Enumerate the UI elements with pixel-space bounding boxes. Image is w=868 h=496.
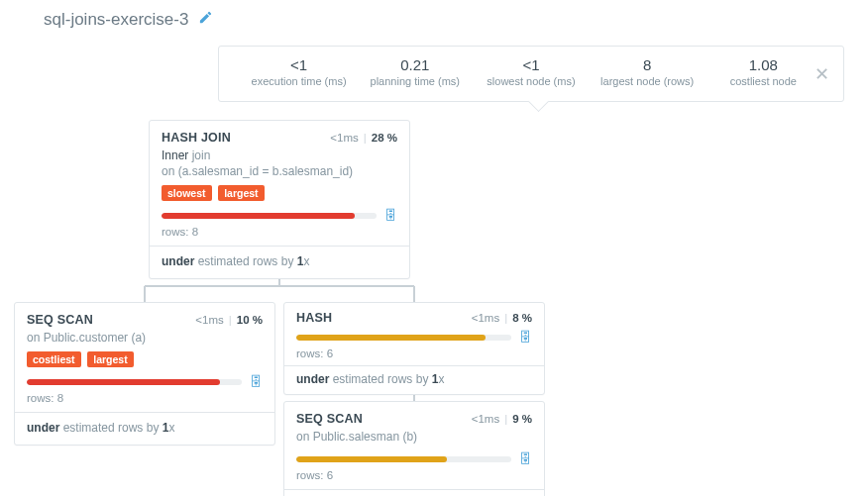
node-rows: rows: 8 <box>27 392 263 404</box>
node-timing: <1ms|8 % <box>472 312 532 324</box>
metric-costliest-node: 1.08 costliest node <box>713 56 813 87</box>
node-cost-pct: 8 % <box>512 312 532 324</box>
plan-node-seq-scan-salesman[interactable]: SEQ SCAN <1ms|9 % on Public.salesman (b)… <box>283 401 545 496</box>
tag-largest: largest <box>218 185 264 201</box>
node-name: SEQ SCAN <box>296 412 363 426</box>
plan-canvas: HASH JOIN <1ms|28 % Inner join on (a.sal… <box>0 120 868 496</box>
plan-node-hash[interactable]: HASH <1ms|8 % 🗄 rows: 6 under estimated … <box>283 302 545 395</box>
node-rows: rows: 6 <box>296 347 532 359</box>
database-icon: 🗄 <box>250 375 263 388</box>
node-bar <box>296 335 511 341</box>
metric-value: <1 <box>482 56 581 73</box>
node-cost-pct: 28 % <box>372 132 397 144</box>
node-estimate: under estimated rows by 1x <box>27 421 263 435</box>
node-rows: rows: 6 <box>296 469 532 481</box>
page-title-text: sql-joins-exercise-3 <box>44 10 188 30</box>
page-title: sql-joins-exercise-3 <box>0 0 868 34</box>
database-icon: 🗄 <box>519 331 532 344</box>
tag-largest: largest <box>87 351 133 367</box>
node-name: HASH <box>296 311 332 325</box>
metric-value: <1 <box>250 56 349 73</box>
metric-label: execution time (ms) <box>250 75 349 87</box>
node-bar <box>162 213 377 219</box>
tag-slowest: slowest <box>162 185 212 201</box>
database-icon: 🗄 <box>384 209 397 222</box>
node-estimate: under estimated rows by 1x <box>296 372 532 386</box>
node-time: <1ms <box>472 312 499 324</box>
node-time: <1ms <box>330 132 358 144</box>
metric-label: costliest node <box>713 75 813 87</box>
node-time: <1ms <box>195 314 223 326</box>
metric-label: largest node (rows) <box>597 75 697 87</box>
metric-value: 1.08 <box>713 56 813 73</box>
close-icon[interactable]: ✕ <box>814 63 829 85</box>
plan-node-hash-join[interactable]: HASH JOIN <1ms|28 % Inner join on (a.sal… <box>149 120 410 279</box>
metric-slowest-node: <1 slowest node (ms) <box>482 56 581 87</box>
node-timing: <1ms|9 % <box>472 413 532 425</box>
node-tags: costliest largest <box>27 351 263 367</box>
node-subtitle: on Public.customer (a) <box>27 330 263 346</box>
plan-summary: <1 execution time (ms) 0.21 planning tim… <box>218 46 844 102</box>
node-bar <box>296 456 511 462</box>
metric-value: 8 <box>597 56 697 73</box>
database-icon: 🗄 <box>519 452 532 465</box>
node-timing: <1ms|10 % <box>195 314 263 326</box>
metric-planning-time: 0.21 planning time (ms) <box>366 56 465 87</box>
node-subtitle: on Public.salesman (b) <box>296 429 532 445</box>
metric-value: 0.21 <box>366 56 465 73</box>
node-cost-pct: 10 % <box>237 314 263 326</box>
node-time: <1ms <box>472 413 499 425</box>
node-rows: rows: 8 <box>162 226 397 238</box>
node-name: SEQ SCAN <box>27 313 93 327</box>
metric-label: planning time (ms) <box>366 75 465 87</box>
node-bar <box>27 379 242 385</box>
node-cost-pct: 9 % <box>512 413 532 425</box>
plan-node-seq-scan-customer[interactable]: SEQ SCAN <1ms|10 % on Public.customer (a… <box>14 302 275 446</box>
node-subtitle: Inner join on (a.salesman_id = b.salesma… <box>162 148 397 179</box>
node-timing: <1ms|28 % <box>330 132 397 144</box>
metric-label: slowest node (ms) <box>482 75 581 87</box>
tag-costliest: costliest <box>27 351 81 367</box>
edit-icon[interactable] <box>198 10 213 30</box>
node-tags: slowest largest <box>162 185 397 201</box>
node-name: HASH JOIN <box>162 131 231 145</box>
metric-execution-time: <1 execution time (ms) <box>250 56 349 87</box>
node-estimate: under estimated rows by 1x <box>162 254 397 268</box>
metric-largest-node: 8 largest node (rows) <box>597 56 697 87</box>
